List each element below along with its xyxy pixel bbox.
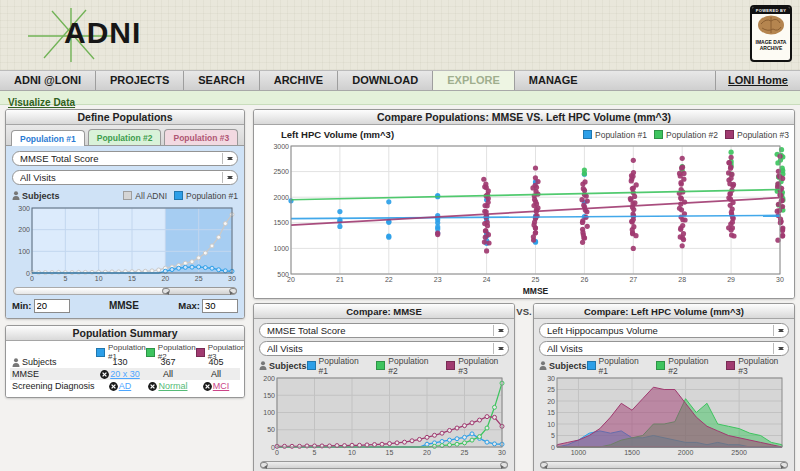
stepper-icon[interactable]	[222, 153, 235, 164]
brain-icon	[757, 15, 785, 35]
slider-handle-right-icon[interactable]	[500, 462, 508, 468]
max-input[interactable]	[202, 299, 238, 313]
legend-population-1: Population #1	[307, 356, 370, 376]
compare-populations-panel: Compare Populations: MMSE VS. Left HPC V…	[253, 109, 795, 299]
svg-text:20: 20	[547, 398, 555, 405]
tab-population-3[interactable]: Population #3	[164, 129, 238, 145]
slider-range[interactable]	[540, 461, 788, 469]
image-data-archive-badge[interactable]: POWERED BY IMAGE DATA ARCHIVE	[750, 5, 792, 62]
svg-text:2500: 2500	[273, 168, 289, 175]
population-3-swatch	[196, 348, 205, 357]
attribute-select[interactable]: MMSE Total Score	[12, 151, 238, 166]
nav-item-download[interactable]: DOWNLOAD	[337, 71, 432, 90]
stepper-icon[interactable]	[773, 343, 786, 354]
compare-mmse-chart[interactable]: 051015202530050100150200	[259, 374, 509, 458]
loni-home-link[interactable]: LONI Home	[715, 71, 800, 90]
population-1-swatch	[96, 348, 105, 357]
slider-range[interactable]	[260, 461, 508, 469]
svg-text:2000: 2000	[678, 449, 694, 456]
diagnosis-filter-mci[interactable]: MCI	[213, 381, 230, 391]
svg-text:25: 25	[461, 449, 469, 456]
stepper-icon[interactable]	[493, 343, 506, 354]
stepper-icon[interactable]	[222, 172, 235, 183]
diagnosis-filter-ad[interactable]: AD	[119, 381, 132, 391]
compare-hpc-panel: Compare: Left HPC Volume (mm^3) Left Hip…	[533, 303, 795, 471]
mmse-filter-link[interactable]: 20 x 30	[110, 369, 140, 379]
all-adni-swatch	[123, 191, 132, 200]
compare-mmse-panel: Compare: MMSE MMSE Total Score All Visit…	[253, 303, 515, 471]
svg-text:22: 22	[385, 276, 393, 283]
svg-text:15: 15	[128, 275, 136, 282]
svg-text:29: 29	[727, 276, 735, 283]
powered-by-label: POWERED BY	[752, 7, 790, 14]
population-2-swatch	[654, 130, 663, 139]
subjects-label: Subjects	[259, 361, 307, 371]
population-2-swatch	[656, 361, 665, 370]
remove-filter-icon[interactable]	[100, 370, 109, 379]
vs-label: VS.	[515, 303, 533, 317]
nav-item-explore[interactable]: EXPLORE	[432, 71, 514, 90]
slider-handle-right-icon[interactable]	[780, 462, 788, 468]
diagnosis-filter-normal[interactable]: Normal	[158, 381, 187, 391]
svg-text:1500: 1500	[624, 449, 640, 456]
svg-text:30: 30	[228, 275, 236, 282]
slider-range[interactable]	[162, 287, 237, 295]
compare-hpc-title: Compare: Left HPC Volume (mm^3)	[534, 304, 794, 319]
visits-select[interactable]: All Visits	[12, 170, 238, 185]
mmse-range-slider[interactable]	[260, 461, 508, 469]
population-1-swatch	[587, 361, 596, 370]
legend-population-1: Population #1	[583, 130, 647, 140]
visualize-data-link[interactable]: Visualize Data	[8, 97, 75, 108]
slider-handle-left-icon[interactable]	[540, 462, 548, 468]
remove-filter-icon[interactable]	[148, 382, 157, 391]
population-summary-panel: Population Summary Population #1 Populat…	[5, 325, 245, 398]
mmse-range-slider[interactable]	[13, 287, 237, 295]
slider-handle-right-icon[interactable]	[229, 288, 237, 294]
nav-item-adni-loni[interactable]: ADNI @LONI	[0, 71, 95, 90]
svg-text:2000: 2000	[273, 194, 289, 201]
compare-mmse-visits-select[interactable]: All Visits	[259, 341, 509, 356]
compare-mmse-title: Compare: MMSE	[254, 304, 514, 319]
compare-hpc-attribute-select[interactable]: Left Hippocampus Volume	[539, 323, 789, 338]
svg-text:2500: 2500	[731, 449, 747, 456]
svg-text:200: 200	[263, 375, 275, 382]
compare-mmse-attribute-select[interactable]: MMSE Total Score	[259, 323, 509, 338]
min-input[interactable]	[34, 299, 70, 313]
population-2-swatch	[376, 361, 385, 370]
svg-text:27: 27	[629, 276, 637, 283]
stepper-icon[interactable]	[493, 325, 506, 336]
tab-population-1[interactable]: Population #1	[11, 130, 85, 146]
slider-handle-left-icon[interactable]	[260, 462, 268, 468]
stepper-icon[interactable]	[773, 325, 786, 336]
hpc-range-slider[interactable]	[540, 461, 788, 469]
svg-text:MMSE: MMSE	[523, 286, 549, 296]
logo-text: ADNI	[64, 16, 141, 50]
compare-hpc-chart[interactable]: 1000150020002500051015202530	[539, 374, 789, 458]
population-1-swatch	[174, 191, 183, 200]
max-label: Max:	[178, 300, 200, 311]
svg-text:25: 25	[195, 275, 203, 282]
site-header: ADNI POWERED BY IMAGE DATA ARCHIVE	[0, 0, 800, 70]
tab-population-2[interactable]: Population #2	[88, 129, 162, 145]
nav-item-manage[interactable]: MANAGE	[514, 71, 592, 90]
define-population-chart[interactable]: 0510152025300100200300	[12, 204, 238, 284]
compare-scatter-chart[interactable]: 2021222324252627282930500100015002000250…	[259, 141, 789, 296]
remove-filter-icon[interactable]	[109, 382, 118, 391]
population-2-swatch	[146, 348, 155, 357]
person-icon	[12, 358, 20, 367]
subjects-count-pop3: 405	[192, 357, 240, 367]
svg-text:200: 200	[18, 226, 30, 233]
compare-hpc-visits-select[interactable]: All Visits	[539, 341, 789, 356]
nav-item-projects[interactable]: PROJECTS	[95, 71, 183, 90]
svg-text:300: 300	[18, 205, 30, 212]
person-icon	[259, 361, 267, 370]
nav-item-archive[interactable]: ARCHIVE	[259, 71, 338, 90]
subjects-label: Subjects	[539, 361, 587, 371]
svg-text:15: 15	[386, 449, 394, 456]
nav-item-search[interactable]: SEARCH	[183, 71, 258, 90]
svg-text:5: 5	[551, 432, 555, 439]
svg-text:20: 20	[423, 449, 431, 456]
remove-filter-icon[interactable]	[203, 382, 212, 391]
population-tabs: Population #1 Population #2 Population #…	[6, 125, 244, 146]
slider-handle-left-icon[interactable]	[162, 288, 170, 294]
